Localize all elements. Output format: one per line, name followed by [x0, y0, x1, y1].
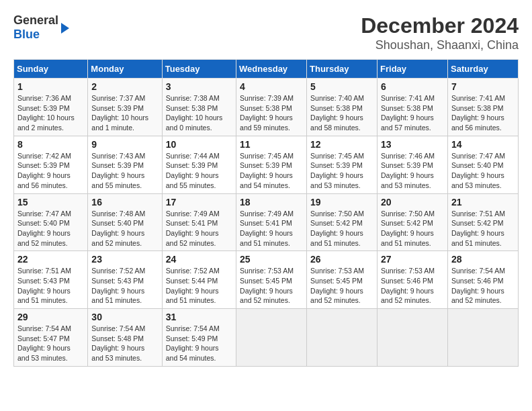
day-info: Sunrise: 7:50 AM Sunset: 5:42 PM Dayligh… — [310, 209, 373, 248]
day-number: 9 — [91, 139, 158, 150]
day-number: 18 — [240, 197, 303, 208]
calendar-cell: 15Sunrise: 7:47 AM Sunset: 5:40 PM Dayli… — [14, 193, 88, 251]
day-info: Sunrise: 7:51 AM Sunset: 5:43 PM Dayligh… — [17, 266, 84, 306]
day-number: 28 — [451, 254, 515, 265]
calendar-cell: 5Sunrise: 7:40 AM Sunset: 5:38 PM Daylig… — [307, 79, 378, 136]
day-info: Sunrise: 7:49 AM Sunset: 5:41 PM Dayligh… — [166, 209, 232, 248]
logo-blue: Blue — [13, 28, 40, 41]
day-info: Sunrise: 7:47 AM Sunset: 5:40 PM Dayligh… — [451, 151, 515, 191]
day-info: Sunrise: 7:52 AM Sunset: 5:43 PM Dayligh… — [91, 266, 158, 306]
calendar-cell — [378, 309, 448, 367]
day-info: Sunrise: 7:46 AM Sunset: 5:39 PM Dayligh… — [381, 151, 444, 191]
calendar-week-5: 29Sunrise: 7:54 AM Sunset: 5:47 PM Dayli… — [14, 309, 519, 367]
day-number: 31 — [166, 312, 232, 322]
calendar-week-1: 1Sunrise: 7:36 AM Sunset: 5:39 PM Daylig… — [14, 79, 519, 136]
day-number: 5 — [310, 81, 373, 92]
calendar-cell: 12Sunrise: 7:45 AM Sunset: 5:39 PM Dayli… — [307, 136, 378, 193]
day-number: 23 — [91, 254, 158, 265]
day-number: 20 — [381, 197, 444, 208]
day-number: 2 — [91, 81, 158, 92]
day-info: Sunrise: 7:41 AM Sunset: 5:38 PM Dayligh… — [381, 93, 444, 133]
day-info: Sunrise: 7:40 AM Sunset: 5:38 PM Dayligh… — [310, 93, 373, 133]
calendar-cell: 31Sunrise: 7:54 AM Sunset: 5:49 PM Dayli… — [162, 309, 236, 367]
calendar-week-4: 22Sunrise: 7:51 AM Sunset: 5:43 PM Dayli… — [14, 251, 519, 309]
calendar-cell: 11Sunrise: 7:45 AM Sunset: 5:39 PM Dayli… — [236, 136, 307, 193]
day-number: 27 — [381, 254, 444, 265]
day-number: 10 — [166, 139, 232, 150]
logo-general: General — [13, 13, 58, 27]
day-number: 17 — [166, 197, 232, 208]
day-info: Sunrise: 7:48 AM Sunset: 5:40 PM Dayligh… — [91, 209, 158, 248]
day-info: Sunrise: 7:53 AM Sunset: 5:45 PM Dayligh… — [310, 266, 373, 306]
calendar-cell: 19Sunrise: 7:50 AM Sunset: 5:42 PM Dayli… — [307, 193, 378, 251]
calendar-cell: 7Sunrise: 7:41 AM Sunset: 5:38 PM Daylig… — [447, 79, 518, 136]
day-info: Sunrise: 7:54 AM Sunset: 5:47 PM Dayligh… — [17, 324, 84, 363]
day-info: Sunrise: 7:39 AM Sunset: 5:38 PM Dayligh… — [240, 93, 303, 133]
calendar-cell: 10Sunrise: 7:44 AM Sunset: 5:39 PM Dayli… — [162, 136, 236, 193]
header-cell-thursday: Thursday — [307, 60, 378, 79]
calendar-week-3: 15Sunrise: 7:47 AM Sunset: 5:40 PM Dayli… — [14, 193, 519, 251]
calendar-cell: 24Sunrise: 7:52 AM Sunset: 5:44 PM Dayli… — [162, 251, 236, 309]
day-number: 16 — [91, 197, 158, 208]
day-info: Sunrise: 7:54 AM Sunset: 5:49 PM Dayligh… — [166, 324, 232, 363]
day-info: Sunrise: 7:41 AM Sunset: 5:38 PM Dayligh… — [451, 93, 515, 133]
calendar-body: 1Sunrise: 7:36 AM Sunset: 5:39 PM Daylig… — [14, 79, 519, 367]
day-number: 19 — [310, 197, 373, 208]
header-cell-tuesday: Tuesday — [162, 60, 236, 79]
page-subtitle: Shoushan, Shaanxi, China — [361, 38, 519, 52]
calendar-cell: 29Sunrise: 7:54 AM Sunset: 5:47 PM Dayli… — [14, 309, 88, 367]
day-info: Sunrise: 7:44 AM Sunset: 5:39 PM Dayligh… — [166, 151, 232, 191]
calendar-cell: 1Sunrise: 7:36 AM Sunset: 5:39 PM Daylig… — [14, 79, 88, 136]
day-number: 30 — [91, 312, 158, 322]
calendar-cell: 30Sunrise: 7:54 AM Sunset: 5:48 PM Dayli… — [88, 309, 162, 367]
day-number: 24 — [166, 254, 232, 265]
day-info: Sunrise: 7:38 AM Sunset: 5:38 PM Dayligh… — [166, 93, 232, 133]
logo-arrow-icon — [61, 23, 69, 34]
calendar-table: SundayMondayTuesdayWednesdayThursdayFrid… — [13, 59, 519, 367]
calendar-week-2: 8Sunrise: 7:42 AM Sunset: 5:39 PM Daylig… — [14, 136, 519, 193]
day-info: Sunrise: 7:51 AM Sunset: 5:42 PM Dayligh… — [451, 209, 515, 248]
day-number: 15 — [17, 197, 84, 208]
calendar-cell: 27Sunrise: 7:53 AM Sunset: 5:46 PM Dayli… — [378, 251, 448, 309]
calendar-cell: 26Sunrise: 7:53 AM Sunset: 5:45 PM Dayli… — [307, 251, 378, 309]
page-header: General Blue December 2024 Shoushan, Sha… — [13, 13, 519, 52]
day-info: Sunrise: 7:45 AM Sunset: 5:39 PM Dayligh… — [310, 151, 373, 191]
day-number: 6 — [381, 81, 444, 92]
calendar-cell: 20Sunrise: 7:50 AM Sunset: 5:42 PM Dayli… — [378, 193, 448, 251]
calendar-cell: 14Sunrise: 7:47 AM Sunset: 5:40 PM Dayli… — [447, 136, 518, 193]
calendar-cell: 25Sunrise: 7:53 AM Sunset: 5:45 PM Dayli… — [236, 251, 307, 309]
day-number: 25 — [240, 254, 303, 265]
day-info: Sunrise: 7:42 AM Sunset: 5:39 PM Dayligh… — [17, 151, 84, 191]
calendar-cell: 18Sunrise: 7:49 AM Sunset: 5:41 PM Dayli… — [236, 193, 307, 251]
day-info: Sunrise: 7:43 AM Sunset: 5:39 PM Dayligh… — [91, 151, 158, 191]
calendar-cell: 22Sunrise: 7:51 AM Sunset: 5:43 PM Dayli… — [14, 251, 88, 309]
day-info: Sunrise: 7:53 AM Sunset: 5:46 PM Dayligh… — [381, 266, 444, 306]
title-block: December 2024 Shoushan, Shaanxi, China — [361, 13, 519, 52]
day-number: 26 — [310, 254, 373, 265]
day-number: 29 — [17, 312, 84, 322]
calendar-cell: 8Sunrise: 7:42 AM Sunset: 5:39 PM Daylig… — [14, 136, 88, 193]
day-info: Sunrise: 7:54 AM Sunset: 5:46 PM Dayligh… — [451, 266, 515, 306]
calendar-cell: 21Sunrise: 7:51 AM Sunset: 5:42 PM Dayli… — [447, 193, 518, 251]
day-number: 22 — [17, 254, 84, 265]
calendar-cell: 2Sunrise: 7:37 AM Sunset: 5:39 PM Daylig… — [88, 79, 162, 136]
header-cell-saturday: Saturday — [447, 60, 518, 79]
calendar-cell — [447, 309, 518, 367]
calendar-cell: 17Sunrise: 7:49 AM Sunset: 5:41 PM Dayli… — [162, 193, 236, 251]
day-number: 4 — [240, 81, 303, 92]
header-cell-sunday: Sunday — [14, 60, 88, 79]
calendar-cell: 6Sunrise: 7:41 AM Sunset: 5:38 PM Daylig… — [378, 79, 448, 136]
calendar-cell: 16Sunrise: 7:48 AM Sunset: 5:40 PM Dayli… — [88, 193, 162, 251]
day-number: 11 — [240, 139, 303, 150]
day-info: Sunrise: 7:36 AM Sunset: 5:39 PM Dayligh… — [17, 93, 84, 133]
day-info: Sunrise: 7:52 AM Sunset: 5:44 PM Dayligh… — [166, 266, 232, 306]
calendar-cell — [236, 309, 307, 367]
day-info: Sunrise: 7:45 AM Sunset: 5:39 PM Dayligh… — [240, 151, 303, 191]
calendar-cell: 9Sunrise: 7:43 AM Sunset: 5:39 PM Daylig… — [88, 136, 162, 193]
calendar-cell: 28Sunrise: 7:54 AM Sunset: 5:46 PM Dayli… — [447, 251, 518, 309]
calendar-header-row: SundayMondayTuesdayWednesdayThursdayFrid… — [14, 60, 519, 79]
calendar-cell — [307, 309, 378, 367]
day-info: Sunrise: 7:50 AM Sunset: 5:42 PM Dayligh… — [381, 209, 444, 248]
page-title: December 2024 — [361, 13, 519, 38]
calendar-cell: 4Sunrise: 7:39 AM Sunset: 5:38 PM Daylig… — [236, 79, 307, 136]
